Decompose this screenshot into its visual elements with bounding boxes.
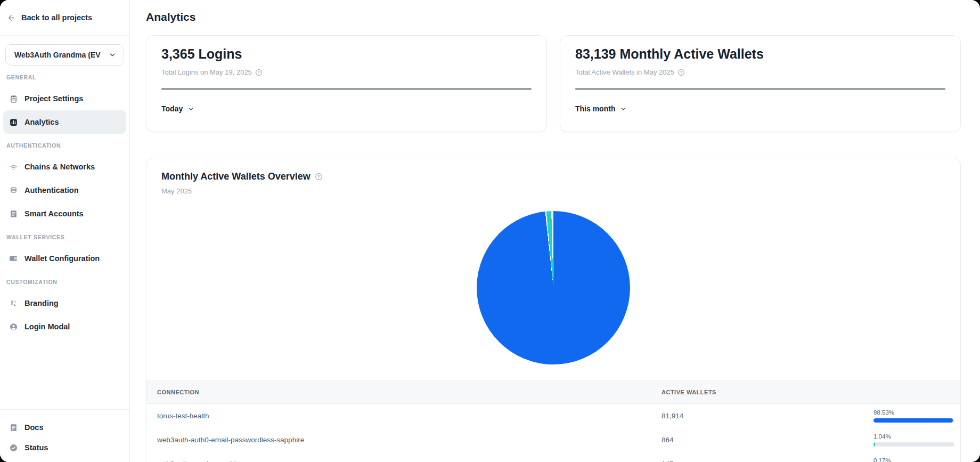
sidebar-item-label: Chains & Networks	[24, 163, 95, 171]
brush-icon	[9, 298, 18, 308]
active-wallets-value: 145	[662, 460, 873, 462]
sidebar-item-wallet-configuration[interactable]: Wallet Configuration	[3, 247, 126, 270]
check-circle-icon	[9, 443, 18, 452]
section-label-customization: CUSTOMIZATION	[6, 279, 123, 285]
percentage-label: 0.17%	[873, 457, 954, 462]
connection-name: torus-test-health	[157, 412, 662, 420]
column-header-active-wallets: ACTIVE WALLETS	[662, 389, 873, 395]
sidebar-item-project-settings[interactable]: Project Settings	[3, 87, 126, 110]
stat-cards-row: 3,365 Logins Total Logins on May 19, 202…	[146, 35, 961, 132]
clipboard-icon	[9, 94, 18, 103]
logins-subtitle: Total Logins on May 19, 2025	[161, 68, 252, 76]
range-label: Today	[161, 104, 183, 113]
table-header-row: CONNECTION ACTIVE WALLETS	[146, 380, 960, 404]
back-label: Back to all projects	[21, 13, 92, 22]
sidebar-item-analytics[interactable]: Analytics	[3, 110, 126, 134]
active-wallets-flatline-chart	[575, 88, 945, 90]
svg-text:?: ?	[680, 70, 683, 75]
sidebar-item-label: Status	[24, 443, 48, 452]
sidebar-item-login-modal[interactable]: Login Modal	[3, 315, 126, 338]
document-icon	[9, 209, 18, 218]
back-to-projects-button[interactable]: Back to all projects	[0, 0, 129, 36]
coins-stack-icon	[9, 185, 18, 195]
sidebar-item-label: Wallet Configuration	[24, 254, 100, 263]
active-wallets-value: 864	[662, 436, 873, 444]
sidebar-item-status[interactable]: Status	[3, 437, 126, 458]
percentage-label: 1.04%	[873, 433, 954, 440]
wifi-icon	[9, 162, 18, 172]
percentage-label: 98.53%	[873, 409, 954, 416]
table-row: web3auth-auth0-email-passwordless-sapphi…	[146, 428, 960, 452]
wallets-overview-card: Monthly Active Wallets Overview ? May 20…	[146, 158, 961, 462]
active-wallets-range-dropdown[interactable]: This month	[575, 104, 627, 113]
active-wallets-subtitle: Total Active Wallets in May 2025	[575, 68, 674, 76]
wallet-icon	[9, 254, 18, 263]
project-selector-value: Web3Auth Grandma (EV	[14, 51, 101, 59]
sidebar-item-label: Branding	[24, 299, 59, 307]
range-label: This month	[575, 104, 615, 113]
logins-card: 3,365 Logins Total Logins on May 19, 202…	[146, 35, 547, 132]
arrow-left-icon	[7, 13, 16, 22]
sidebar-item-branding[interactable]: Branding	[3, 291, 126, 315]
percentage-bar	[873, 418, 954, 423]
active-wallets-card: 83,139 Monthly Active Wallets Total Acti…	[560, 35, 961, 132]
logins-flatline-chart	[161, 88, 532, 90]
user-circle-icon	[9, 322, 18, 331]
app-window: Back to all projects Web3Auth Grandma (E…	[0, 0, 980, 462]
sidebar-item-label: Analytics	[24, 118, 59, 126]
project-selector-dropdown[interactable]: Web3Auth Grandma (EV	[5, 44, 124, 66]
logins-count: 3,365 Logins	[161, 46, 532, 61]
help-icon[interactable]: ?	[315, 173, 323, 181]
svg-text:?: ?	[317, 174, 320, 179]
overview-title: Monthly Active Wallets Overview	[161, 171, 311, 182]
sidebar-item-chains-networks[interactable]: Chains & Networks	[3, 155, 126, 179]
chevron-down-icon	[187, 106, 194, 112]
connection-name: web3auth-auth0-email-passwordless-sapphi…	[157, 436, 662, 444]
sidebar-item-label: Docs	[24, 423, 43, 432]
sidebar-item-docs[interactable]: Docs	[3, 417, 126, 437]
bar-chart-icon	[9, 117, 18, 127]
active-wallets-count: 83,139 Monthly Active Wallets	[575, 46, 945, 61]
main-content: Analytics 3,365 Logins Total Logins on M…	[130, 0, 980, 462]
sidebar-item-label: Project Settings	[24, 94, 83, 103]
column-header-connection: CONNECTION	[157, 389, 662, 395]
logins-range-dropdown[interactable]: Today	[161, 104, 194, 113]
sidebar-item-label: Smart Accounts	[24, 209, 84, 218]
sidebar-item-label: Authentication	[24, 186, 79, 194]
sidebar: Back to all projects Web3Auth Grandma (E…	[0, 0, 130, 462]
connection-name: web3auth-google-sapphire	[157, 460, 662, 462]
help-icon[interactable]: ?	[677, 69, 685, 76]
docs-icon	[9, 423, 18, 432]
table-row: web3auth-google-sapphire 145 0.17%	[146, 452, 960, 462]
help-icon[interactable]: ?	[255, 69, 263, 76]
sidebar-item-smart-accounts[interactable]: Smart Accounts	[3, 202, 126, 225]
table-row: torus-test-health 81,914 98.53%	[146, 404, 960, 428]
percentage-bar	[873, 442, 954, 447]
sidebar-item-authentication[interactable]: Authentication	[3, 179, 126, 202]
overview-period: May 2025	[161, 187, 945, 195]
chevron-down-icon	[109, 51, 116, 59]
sidebar-item-label: Login Modal	[24, 322, 70, 331]
svg-text:?: ?	[258, 70, 260, 75]
connections-table: CONNECTION ACTIVE WALLETS torus-test-hea…	[146, 380, 960, 462]
active-wallets-value: 81,914	[662, 412, 873, 420]
section-label-authentication: AUTHENTICATION	[6, 142, 123, 149]
chevron-down-icon	[620, 106, 627, 112]
page-title: Analytics	[146, 11, 961, 23]
sidebar-footer: Docs Status	[0, 409, 129, 462]
pie-chart[interactable]	[477, 211, 630, 364]
section-label-general: GENERAL	[6, 74, 123, 80]
section-label-wallet-services: WALLET SERVICES	[6, 234, 123, 240]
